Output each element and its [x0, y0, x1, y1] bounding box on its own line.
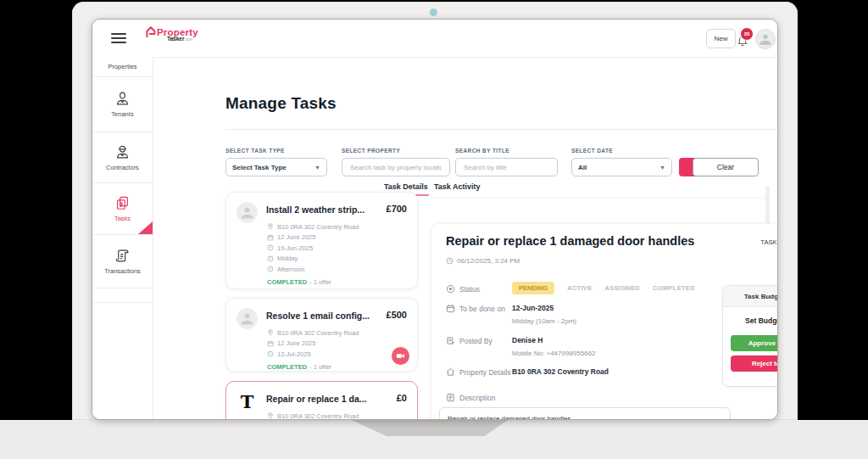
avatar: T	[236, 391, 258, 412]
property-search-input[interactable]	[348, 163, 443, 172]
task-card[interactable]: Install 2 weather strip... £700 B10 0RA …	[225, 192, 418, 289]
task-card-price: £500	[387, 310, 407, 320]
detail-title: Repair or replace 1 damaged door handles	[446, 234, 694, 248]
reject-task-button[interactable]: Reject task	[731, 355, 778, 372]
active-corner-marker	[138, 221, 153, 234]
property-search-field	[342, 158, 450, 176]
task-status: COMPLETED	[267, 278, 307, 286]
posted-by-icon	[446, 336, 455, 345]
date-select[interactable]: All ▼	[571, 158, 672, 176]
status-pending-badge[interactable]: PENDING	[512, 282, 554, 294]
contractor-person-icon	[114, 144, 131, 160]
location-pin-icon	[267, 412, 274, 419]
approve-task-button[interactable]: Approve task	[731, 335, 778, 351]
task-location: B10 0RA 302 Coventry Road	[277, 223, 359, 231]
property-details-value: B10 0RA 302 Coventry Road	[512, 367, 609, 376]
top-bar: Property Tasker.com New 20	[92, 20, 777, 58]
task-detail-panel: Repair or replace 1 damaged door handles…	[431, 223, 778, 420]
task-posted-date: 12 June 2025	[277, 339, 315, 347]
task-time-slot: Midday	[277, 255, 298, 262]
status-target-icon	[446, 284, 455, 294]
sidebar-item-transactions[interactable]: Transactions	[92, 235, 153, 288]
chevron-down-icon: ▼	[314, 165, 320, 171]
sidebar-item-tasks[interactable]: Tasks	[92, 183, 153, 235]
user-avatar[interactable]	[755, 29, 776, 49]
task-posted-date: 12 June 2025	[277, 233, 315, 241]
sidebar-spacer	[92, 288, 153, 303]
task-location: B10 0RA 302 Coventry Road	[277, 329, 359, 337]
task-type-value: Select Task Type	[232, 164, 314, 171]
done-on-date: 12-Jun-2025	[512, 304, 554, 312]
calendar-icon	[267, 234, 274, 241]
page-title: Manage Tasks	[225, 94, 337, 113]
location-pin-icon	[267, 223, 274, 230]
sidebar-item-label: Properties	[108, 63, 136, 70]
task-card-selected[interactable]: T Repair or replace 1 da... £0 B10 0RA 3…	[225, 381, 418, 420]
sidebar-item-tenants[interactable]: Tenants	[92, 77, 153, 132]
clear-button[interactable]: Clear	[693, 158, 759, 176]
brand-logo[interactable]: Property Tasker.com	[145, 25, 198, 51]
title-divider	[225, 129, 778, 130]
task-card-title: Resolve 1 email config...	[266, 311, 376, 321]
filter-date-label: SELECT DATE	[571, 148, 613, 154]
tab-task-activity[interactable]: Task Activity	[434, 182, 481, 191]
sidebar-item-label: Tenants	[111, 110, 133, 118]
clock-icon	[267, 244, 274, 251]
sidebar-item-properties[interactable]: Properties	[92, 57, 153, 77]
clock-icon	[267, 255, 274, 262]
avatar	[236, 308, 258, 329]
status-row-label: Status	[446, 284, 480, 294]
status-active[interactable]: ACTIVE	[567, 284, 592, 292]
task-type-select[interactable]: Select Task Type ▼	[225, 158, 327, 176]
filter-title-label: SEARCH BY TITLE	[455, 148, 509, 154]
status-badges: PENDING ACTIVE ASSIGNED COMPLETED	[512, 282, 695, 294]
done-on-label: To be done on	[446, 304, 505, 313]
video-camera-icon	[396, 351, 405, 361]
task-card-title: Install 2 weather strip...	[266, 204, 376, 215]
title-search-input[interactable]	[462, 163, 551, 172]
task-budget-header: Task Budget	[723, 286, 778, 307]
status-assigned[interactable]: ASSIGNED	[604, 284, 640, 292]
clock-icon	[267, 350, 274, 357]
task-offers: - 1 offer	[309, 363, 331, 371]
done-on-time: Midday (10am - 2pm)	[512, 317, 576, 325]
task-budget-panel: Task Budget Set Budget Approve task Reje…	[722, 285, 778, 387]
task-card-price: £700	[387, 204, 407, 214]
video-call-badge[interactable]	[392, 347, 409, 365]
sidebar-item-label: Transactions	[104, 267, 141, 275]
set-budget-action[interactable]: Set Budget	[723, 316, 778, 325]
date-value: All	[578, 164, 659, 171]
transactions-scroll-icon	[114, 248, 131, 264]
task-offers: - 1 offer	[309, 278, 331, 286]
clock-icon	[267, 266, 274, 272]
status-completed[interactable]: COMPLETED	[653, 284, 695, 292]
sidebar-item-label: Contractors	[106, 164, 139, 171]
tabs-divider	[431, 198, 766, 199]
document-icon	[446, 393, 455, 402]
hamburger-menu-icon[interactable]	[111, 33, 126, 43]
tenant-person-icon	[114, 91, 131, 107]
notification-count-badge[interactable]: 20	[740, 27, 754, 41]
sidebar-item-contractors[interactable]: Contractors	[92, 132, 153, 183]
tasks-documents-icon	[114, 195, 131, 211]
filter-task-type-label: SELECT TASK TYPE	[225, 148, 285, 154]
posted-by-name: Denise H	[512, 336, 542, 344]
property-details-label: Property Details	[446, 367, 510, 377]
task-location: B10 0RA 302 Coventry Road	[277, 412, 359, 420]
tab-task-details[interactable]: Task Details	[384, 182, 428, 191]
task-card[interactable]: Resolve 1 email config... £500 B10 0RA 3…	[225, 298, 418, 372]
description-textbox[interactable]: Repair or replace damaged door handles	[439, 407, 731, 420]
calendar-icon	[446, 304, 455, 313]
filter-property-label: SELECT PROPERTY	[342, 148, 400, 154]
task-id: TASK ID: #2906	[760, 238, 778, 246]
house-icon	[446, 367, 455, 377]
task-due-date: 12-Jul-2025	[277, 350, 311, 358]
new-button[interactable]: New	[706, 29, 736, 48]
device-mockup: Property Tasker.com New 20	[0, 0, 868, 459]
sidebar-item-label: Tasks	[114, 215, 131, 222]
detail-timestamp: 06/12/2025, 3:24 PM	[446, 257, 520, 265]
posted-by-mobile: Mobile No: +447998955662	[512, 350, 596, 357]
chevron-down-icon: ▼	[659, 165, 665, 171]
house-logo-icon	[145, 25, 156, 38]
task-card-price: £0	[397, 393, 407, 403]
